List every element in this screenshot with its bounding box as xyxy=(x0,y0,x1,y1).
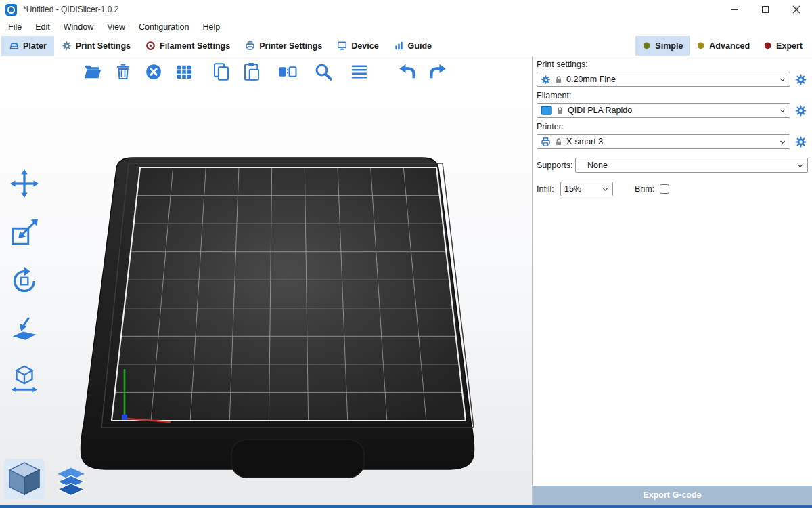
main-area: Print settings: 0.20mm Fine Filament: QI… xyxy=(0,56,812,505)
mode-advanced[interactable]: Advanced xyxy=(690,36,757,56)
copy-icon xyxy=(211,62,231,82)
paste-icon xyxy=(242,62,262,82)
menu-edit[interactable]: Edit xyxy=(28,19,57,36)
printer-icon xyxy=(245,41,255,51)
sidebar: Print settings: 0.20mm Fine Filament: QI… xyxy=(532,56,812,505)
tab-print-settings[interactable]: Print Settings xyxy=(54,36,138,56)
3d-viewport[interactable] xyxy=(0,56,532,505)
tab-filament-settings[interactable]: Filament Settings xyxy=(138,36,238,56)
scale-tool-button[interactable] xyxy=(7,215,42,250)
arrange-button[interactable] xyxy=(171,59,197,85)
close-button[interactable] xyxy=(781,0,812,19)
rotate-tool-button[interactable] xyxy=(7,263,42,299)
gear-icon xyxy=(62,41,72,51)
brim-checkbox[interactable] xyxy=(660,184,669,194)
move-tool-button[interactable] xyxy=(7,166,42,201)
printer-combo[interactable]: X-smart 3 xyxy=(537,134,790,149)
rotate-icon xyxy=(9,266,40,297)
delete-button[interactable] xyxy=(110,59,136,85)
device-monitor-icon xyxy=(337,41,347,51)
mode-label: Expert xyxy=(776,41,803,51)
app-window: *Untitled - QIDISlicer-1.0.2 File Edit W… xyxy=(0,0,812,508)
menu-window[interactable]: Window xyxy=(57,19,100,36)
variable-layer-height-button[interactable] xyxy=(346,59,372,85)
menu-view[interactable]: View xyxy=(100,19,132,36)
tabbar: Plater Print Settings Filament Settings … xyxy=(0,36,812,56)
lock-icon xyxy=(554,137,563,146)
gizmo-toolbar xyxy=(7,166,42,396)
delete-all-button[interactable] xyxy=(141,59,166,85)
copy-button[interactable] xyxy=(208,59,234,85)
export-gcode-button[interactable]: Export G-code xyxy=(533,486,812,505)
supports-combo[interactable]: None xyxy=(575,158,808,173)
print-settings-combo[interactable]: 0.20mm Fine xyxy=(537,72,790,87)
menu-file[interactable]: File xyxy=(1,19,28,36)
menu-configuration[interactable]: Configuration xyxy=(132,19,196,36)
brim-label: Brim: xyxy=(635,184,654,194)
menubar: File Edit Window View Configuration Help xyxy=(0,19,812,36)
tab-printer-settings[interactable]: Printer Settings xyxy=(238,36,330,56)
gear-icon xyxy=(794,104,807,117)
x-circle-icon xyxy=(143,62,164,82)
mode-switcher: Simple Advanced Expert xyxy=(635,36,812,56)
hexagon-icon xyxy=(642,41,651,50)
menu-help[interactable]: Help xyxy=(196,19,227,36)
search-icon xyxy=(313,62,334,82)
mode-label: Advanced xyxy=(709,41,750,51)
chevron-down-icon xyxy=(779,138,786,146)
supports-value: None xyxy=(579,161,793,170)
filament-gear-button[interactable] xyxy=(793,103,808,118)
printer-icon xyxy=(541,137,551,147)
flatten-arrow-icon xyxy=(9,314,40,345)
supports-label: Supports: xyxy=(537,161,575,170)
maximize-button[interactable] xyxy=(750,0,781,19)
layers-lines-icon xyxy=(349,62,369,82)
filament-label: Filament: xyxy=(537,91,808,102)
move-arrows-icon xyxy=(9,168,40,199)
window-controls xyxy=(719,0,812,19)
undo-arrow-icon xyxy=(397,62,418,82)
undo-button[interactable] xyxy=(394,59,420,85)
infill-label: Infill: xyxy=(537,184,560,194)
open-project-button[interactable] xyxy=(80,59,106,85)
lock-icon xyxy=(554,75,563,84)
tab-label: Guide xyxy=(408,41,432,51)
split-objects-button[interactable] xyxy=(275,59,300,85)
gear-icon xyxy=(541,75,551,85)
close-icon xyxy=(792,5,800,14)
printer-gear-button[interactable] xyxy=(793,134,808,149)
paste-button[interactable] xyxy=(239,59,265,85)
plater-icon xyxy=(9,41,19,51)
mode-expert[interactable]: Expert xyxy=(757,36,809,56)
tab-guide[interactable]: Guide xyxy=(386,36,439,56)
tab-device[interactable]: Device xyxy=(330,36,386,56)
tab-label: Device xyxy=(351,41,378,51)
print-settings-gear-button[interactable] xyxy=(793,72,808,87)
printer-value: X-smart 3 xyxy=(566,137,775,146)
arrange-grid-icon xyxy=(174,62,194,82)
3d-editor-view-button[interactable] xyxy=(4,459,45,499)
tab-plater[interactable]: Plater xyxy=(1,36,54,56)
filament-combo[interactable]: QIDI PLA Rapido xyxy=(537,103,790,118)
scale-icon xyxy=(9,217,40,248)
minimize-button[interactable] xyxy=(719,0,750,19)
tab-label: Print Settings xyxy=(76,41,131,51)
mode-simple[interactable]: Simple xyxy=(635,36,690,56)
chevron-down-icon xyxy=(796,162,804,169)
minimize-icon xyxy=(731,9,738,10)
app-logo-icon xyxy=(5,4,17,16)
bed-grid-surface xyxy=(112,167,466,421)
filament-color-swatch xyxy=(541,106,552,115)
hexagon-icon xyxy=(696,41,705,50)
search-button[interactable] xyxy=(311,59,336,85)
redo-button[interactable] xyxy=(425,59,451,85)
bed-handle xyxy=(231,440,364,478)
window-bottom-border xyxy=(0,505,812,508)
print-settings-value: 0.20mm Fine xyxy=(566,75,775,84)
place-on-face-button[interactable] xyxy=(7,312,42,347)
dimensions-tool-button[interactable] xyxy=(7,361,42,396)
hexagon-icon xyxy=(763,41,772,50)
infill-combo[interactable]: 15% xyxy=(560,182,613,196)
preview-sliced-button[interactable] xyxy=(54,465,88,499)
printer-label: Printer: xyxy=(537,122,808,133)
